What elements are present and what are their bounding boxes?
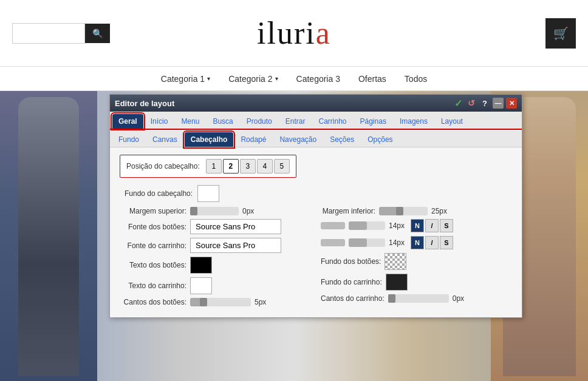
texto-botoes-label: Texto dos botões: [120, 261, 186, 269]
editor-content: Posição do cabeçalho: 1 2 3 4 5 Fundo do… [110, 147, 522, 317]
editor-title: Editor de layout [115, 99, 174, 108]
fonte-carrinho-size-row: 14px N / S [321, 236, 512, 249]
nis-strike-c[interactable]: S [440, 236, 453, 249]
nis-italic-c[interactable]: / [425, 236, 439, 249]
subtab-navegacao[interactable]: Navegação [273, 132, 323, 147]
pos-btn-3[interactable]: 3 [240, 159, 256, 174]
margem-superior-slider[interactable] [190, 207, 239, 215]
fonte-carrinho-label: Fonte do carrinho: [120, 241, 186, 250]
pos-btn-2[interactable]: 2 [223, 159, 239, 174]
logo-dot: a [316, 16, 331, 50]
nav-label: Categoria 2 [228, 74, 272, 84]
search-input[interactable] [12, 23, 85, 44]
fonte-botoes-size-slider2[interactable] [349, 221, 385, 230]
fonte-botoes-size-row: 14px N / S [321, 219, 512, 232]
subtab-cabecalho[interactable]: Cabeçalho [185, 132, 234, 147]
pos-btn-4[interactable]: 4 [257, 159, 273, 174]
undo-button[interactable]: ↺ [466, 98, 477, 109]
fonte-carrinho-selector[interactable]: Source Sans Pro [190, 238, 281, 253]
left-column: Margem superior: 0px Fonte dos botões: S… [120, 207, 311, 310]
nis-normal-c[interactable]: N [411, 236, 424, 249]
tab-layout[interactable]: Layout [435, 114, 469, 129]
texto-carrinho-color[interactable] [190, 277, 212, 294]
fonte-botoes-selector[interactable]: Source Sans Pro [190, 219, 281, 234]
form-columns: Margem superior: 0px Fonte dos botões: S… [120, 207, 512, 310]
posicao-row: Posição do cabeçalho: 1 2 3 4 5 [120, 155, 296, 178]
fundo-botoes-color[interactable] [385, 253, 406, 270]
nav-item-categoria1[interactable]: Categoria 1 ▾ [161, 74, 210, 84]
subtab-rodape[interactable]: Rodapé [234, 132, 272, 147]
cantos-carrinho-slider[interactable] [388, 294, 449, 303]
nav-bar: Categoria 1 ▾ Categoria 2 ▾ Categoria 3 … [0, 67, 588, 91]
subtab-fundo[interactable]: Fundo [112, 132, 145, 147]
search-area: 🔍 [12, 23, 110, 44]
chevron-down-icon: ▾ [275, 75, 278, 82]
minimize-button[interactable]: — [493, 98, 504, 109]
fundo-carrinho-row: Fundo do carrinho: [321, 274, 512, 291]
tab-entrar[interactable]: Entrar [279, 114, 312, 129]
cantos-botoes-value: 5px [255, 298, 273, 306]
fonte-carrinho-row: Fonte do carrinho: Source Sans Pro [120, 238, 311, 253]
nav-item-categoria2[interactable]: Categoria 2 ▾ [228, 74, 278, 84]
tab-produto[interactable]: Produto [241, 114, 278, 129]
nav-item-todos[interactable]: Todos [405, 74, 427, 84]
cantos-botoes-label: Cantos dos botões: [120, 298, 186, 306]
fonte-carrinho-size-slider2[interactable] [349, 238, 385, 247]
cantos-botoes-row: Cantos dos botões: 5px [120, 298, 311, 306]
tab-paginas[interactable]: Páginas [354, 114, 392, 129]
subtab-canvas[interactable]: Canvas [146, 132, 183, 147]
margem-superior-label: Margem superior: [120, 207, 186, 215]
pos-btn-1[interactable]: 1 [206, 159, 222, 174]
cantos-carrinho-value: 0px [453, 294, 471, 303]
nav-label: Todos [405, 74, 427, 84]
help-button[interactable]: ? [479, 98, 490, 109]
position-buttons: 1 2 3 4 5 [206, 159, 290, 174]
subtab-opcoes[interactable]: Opções [361, 132, 398, 147]
confirm-button[interactable]: ✓ [453, 98, 463, 109]
tab-inicio[interactable]: Início [145, 114, 174, 129]
tab-geral[interactable]: Geral [112, 114, 143, 129]
close-button[interactable]: ✕ [506, 98, 517, 109]
cantos-botoes-slider[interactable] [190, 298, 251, 306]
tab-imagens[interactable]: Imagens [394, 114, 434, 129]
nis-strike[interactable]: S [440, 219, 453, 232]
texto-carrinho-label: Texto do carrinho: [120, 282, 186, 290]
fonte-carrinho-size-value: 14px [389, 238, 407, 247]
tab-carrinho[interactable]: Carrinho [312, 114, 352, 129]
fonte-botoes-size-value: 14px [389, 221, 407, 230]
right-column: Margem inferior: 25px [321, 207, 512, 310]
nav-label: Categoria 3 [296, 74, 340, 84]
fonte-botoes-size-slider[interactable] [321, 222, 345, 229]
nav-item-ofertas[interactable]: Ofertas [358, 74, 386, 84]
pos-btn-5[interactable]: 5 [274, 159, 290, 174]
texto-botoes-row: Texto dos botões: [120, 257, 311, 274]
nis-normal[interactable]: N [411, 219, 424, 232]
tab-menu[interactable]: Menu [175, 114, 205, 129]
fundo-botoes-row: Fundo dos botões: [321, 253, 512, 270]
nav-label: Ofertas [358, 74, 386, 84]
margem-inferior-slider[interactable] [379, 207, 428, 215]
tab-busca[interactable]: Busca [207, 114, 239, 129]
nis-italic[interactable]: / [425, 219, 439, 232]
search-button[interactable]: 🔍 [85, 24, 110, 43]
nav-item-categoria3[interactable]: Categoria 3 [296, 74, 340, 84]
texto-botoes-color[interactable] [190, 257, 212, 274]
subtab-secoes[interactable]: Seções [324, 132, 360, 147]
texto-carrinho-row: Texto do carrinho: [120, 277, 311, 294]
fonte-botoes-label: Fonte dos botões: [120, 223, 186, 231]
fonte-botoes-style: N / S [411, 219, 453, 232]
fundo-label: Fundo do cabeçalho: [125, 189, 193, 198]
margem-superior-value: 0px [242, 207, 261, 215]
margem-inferior-row: Margem inferior: 25px [321, 207, 512, 215]
top-bar: 🔍 iluria 🛒 [0, 0, 588, 67]
margem-superior-row: Margem superior: 0px [120, 207, 311, 215]
fundo-botoes-label: Fundo dos botões: [321, 257, 381, 266]
chevron-down-icon: ▾ [207, 75, 210, 82]
cart-button[interactable]: 🛒 [545, 18, 576, 49]
fundo-carrinho-color[interactable] [386, 274, 408, 291]
nav-label: Categoria 1 [161, 74, 205, 84]
fonte-carrinho-style: N / S [411, 236, 453, 249]
fonte-carrinho-size-slider[interactable] [321, 239, 345, 246]
fundo-color-picker[interactable] [197, 185, 219, 202]
main-tabs: Geral Início Menu Busca Produto Entrar C… [110, 112, 522, 130]
